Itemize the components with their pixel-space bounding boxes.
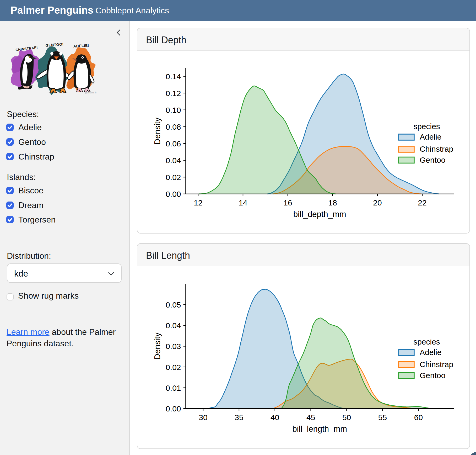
svg-text:0.05: 0.05 [166,300,181,309]
svg-text:45: 45 [306,413,315,422]
svg-text:@allison_horst: @allison_horst [85,91,96,94]
svg-text:bill_length_mm: bill_length_mm [293,424,347,433]
svg-text:0.03: 0.03 [166,342,181,351]
svg-text:16: 16 [283,198,292,207]
svg-text:0.14: 0.14 [166,72,181,81]
svg-text:bill_depth_mm: bill_depth_mm [293,210,346,219]
svg-text:GENTOO!: GENTOO! [45,42,64,47]
svg-text:14: 14 [239,198,247,207]
svg-text:0.04: 0.04 [166,156,181,165]
svg-text:Gentoo: Gentoo [420,156,445,164]
svg-text:18: 18 [328,198,337,207]
svg-text:12: 12 [194,198,202,207]
svg-text:40: 40 [271,413,279,422]
svg-text:30: 30 [199,413,207,422]
svg-text:0.10: 0.10 [166,106,181,114]
svg-text:Density: Density [153,117,162,145]
svg-text:0.02: 0.02 [166,173,181,182]
svg-text:ADĒLIE!: ADĒLIE! [73,43,89,48]
svg-text:22: 22 [418,198,426,207]
svg-text:Chinstrap: Chinstrap [420,145,453,153]
svg-text:60: 60 [414,413,423,422]
svg-text:species: species [413,122,440,131]
svg-text:55: 55 [378,413,387,422]
svg-text:0.12: 0.12 [166,89,181,98]
svg-text:Gentoo: Gentoo [420,371,445,380]
svg-text:20: 20 [373,198,382,207]
svg-text:0.00: 0.00 [166,404,181,413]
svg-text:50: 50 [342,413,351,422]
svg-text:0.02: 0.02 [166,363,181,372]
svg-text:0.00: 0.00 [166,190,181,198]
svg-text:Adelie: Adelie [420,348,441,357]
svg-text:35: 35 [235,413,243,422]
svg-text:0.08: 0.08 [166,123,181,131]
svg-text:Chinstrap: Chinstrap [420,360,453,369]
svg-text:0.01: 0.01 [166,384,181,392]
svg-text:Adelie: Adelie [420,133,441,141]
svg-text:species: species [413,337,440,346]
svg-text:Density: Density [153,332,162,360]
svg-text:0.06: 0.06 [166,139,181,148]
svg-text:0.04: 0.04 [166,321,181,330]
